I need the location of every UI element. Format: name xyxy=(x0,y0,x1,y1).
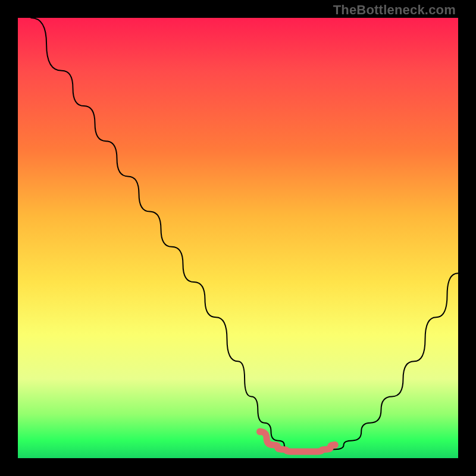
chart-overlay xyxy=(18,18,458,458)
marker-optimal-end xyxy=(331,441,339,449)
bottleneck-curve xyxy=(31,18,458,452)
chart-frame: TheBottleneck.com xyxy=(0,0,476,476)
watermark-text: TheBottleneck.com xyxy=(333,2,456,18)
marker-optimal-start xyxy=(256,428,264,436)
